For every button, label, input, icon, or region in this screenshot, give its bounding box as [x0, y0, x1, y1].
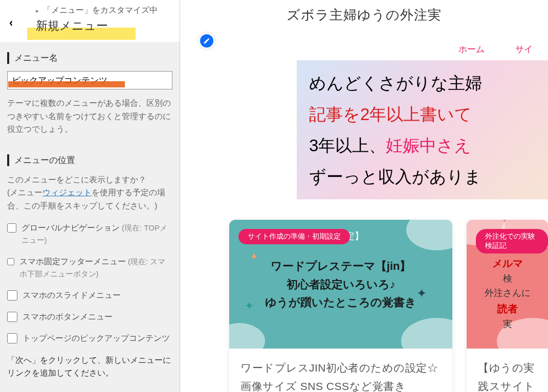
breadcrumb: ▸ 「メニュー」をカスタマイズ中: [36, 5, 173, 16]
card-1-header-text: ワードプレステーマ【jin】 初心者設定いろいろ♪ ゆうが躓いたところの覚書き: [265, 257, 417, 311]
position-help: このメニューをどこに表示しますか？ (メニューウィジェットを使用する予定の場合、…: [7, 173, 172, 213]
edit-shortcut-icon[interactable]: [199, 33, 215, 49]
customizer-sidebar: ‹ ▸ 「メニュー」をカスタマイズ中 新規メニュー メニュー名 テーマに複数のメ…: [0, 0, 180, 392]
menu-name-label: メニュー名: [7, 52, 172, 64]
hero-line3: 3年以上、妊娠中さえ: [309, 130, 536, 161]
customizer-body: メニュー名 テーマに複数のメニューがある場合、区別のつきやすい名前をつけておくと…: [0, 42, 180, 390]
hero-line2: 記事を2年以上書いて: [309, 99, 536, 130]
checkbox-sp-footer: スマホ固定フッターメニュー (現在: スマホ下部メニューボタン): [7, 256, 172, 280]
checkbox-sp-slide: スマホのスライドメニュー: [7, 289, 172, 302]
breadcrumb-text: 「メニュー」をカスタマイズ中: [43, 6, 158, 14]
card-grid: ✦✦✦ サイト作成の準備・初期設定 初期設定】 ワードプレステーマ【jin】 初…: [180, 199, 548, 392]
back-arrow-icon[interactable]: ‹: [9, 16, 13, 30]
menu-name-help: テーマに複数のメニューがある場合、区別のつきやすい名前をつけておくと管理するのに…: [7, 97, 172, 136]
checkbox-sp-footer-input[interactable]: [7, 257, 14, 267]
checkbox-sp-button-input[interactable]: [7, 312, 17, 322]
card-1-thumbnail: ✦✦✦ サイト作成の準備・初期設定 初期設定】 ワードプレステーマ【jin】 初…: [229, 220, 452, 349]
widget-link[interactable]: ウィジェット: [42, 188, 92, 197]
checkbox-sp-button: スマホのボタンメニュー: [7, 311, 172, 323]
highlight-orange: [8, 81, 125, 87]
checkbox-global-nav-input[interactable]: [7, 223, 16, 233]
card-1-category-badge: サイト作成の準備・初期設定: [238, 229, 350, 244]
checkbox-sp-slide-input[interactable]: [7, 290, 17, 301]
position-label: メニューの位置: [7, 154, 172, 166]
site-title: ズボラ主婦ゆうの外注実: [180, 0, 548, 28]
next-help-text: 「次へ」をクリックして、新しいメニューにリンクを追加してください。: [7, 354, 172, 380]
caret-right-icon: ▸: [36, 7, 39, 14]
preview-pane: ズボラ主婦ゆうの外注実 ホーム サイ めんどくさがりな主婦 記事を2年以上書いて…: [180, 0, 548, 392]
checkbox-pickup: トップページのピックアップコンテンツ: [7, 332, 172, 344]
card-1-title: ワードプレスJIN初心者のための設定☆画像サイズ SNS CSSなど覚書き: [229, 349, 452, 392]
nav-site[interactable]: サイ: [515, 43, 533, 55]
checkbox-global-nav: グローバルナビゲーション (現在: TOPメニュー): [7, 222, 172, 246]
customizer-header: ‹ ▸ 「メニュー」をカスタマイズ中 新規メニュー: [0, 0, 180, 42]
card-1[interactable]: ✦✦✦ サイト作成の準備・初期設定 初期設定】 ワードプレステーマ【jin】 初…: [229, 220, 452, 392]
checkbox-pickup-input[interactable]: [7, 333, 17, 343]
hero-line4: ずーっと収入がありま: [309, 161, 536, 192]
hero-line1: めんどくさがりな主婦: [309, 67, 536, 99]
card-2[interactable]: 外注化での実験検証記 特化型 メルマ 検 外注さんに 読者 実 【ゆうの実践スサ…: [467, 220, 548, 392]
nav-menu: ホーム サイ: [180, 38, 548, 60]
card-2-category-badge: 外注化での実験検証記: [476, 229, 548, 253]
hero-banner: めんどくさがりな主婦 記事を2年以上書いて 3年以上、妊娠中さえ ずーっと収入が…: [297, 60, 548, 199]
page-title: 新規メニュー: [36, 18, 108, 34]
card-2-thumbnail: 外注化での実験検証記 特化型 メルマ 検 外注さんに 読者 実: [467, 220, 548, 349]
card-2-title: 【ゆうの実践スサイトにメールも外注依: [467, 349, 548, 392]
nav-home[interactable]: ホーム: [458, 43, 485, 55]
